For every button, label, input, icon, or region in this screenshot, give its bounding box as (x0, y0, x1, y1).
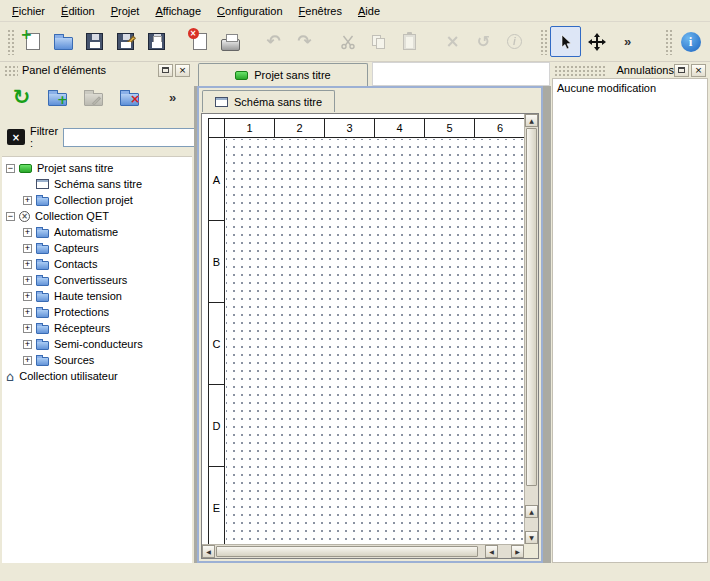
menu-affichage[interactable]: Affichage (147, 2, 209, 20)
vertical-scroll-thumb[interactable] (526, 128, 537, 486)
filter-input[interactable] (63, 128, 213, 147)
tree-item-schema-sans-titre[interactable]: Schéma sans titre (2, 176, 192, 192)
open-file-button[interactable] (48, 26, 79, 57)
save-button[interactable] (79, 26, 110, 57)
vertical-scrollbar[interactable]: ▲ ▲ ▼ (524, 114, 538, 544)
folder-icon (36, 229, 49, 238)
close-icon: × (695, 66, 703, 75)
tree-expander[interactable]: + (23, 356, 32, 365)
move-tool-button[interactable] (581, 26, 612, 57)
tree-item-capteurs[interactable]: + Capteurs (2, 240, 192, 256)
chevron-overflow-icon: » (169, 90, 176, 105)
paste-button[interactable] (394, 26, 425, 57)
undo-panel-titlebar: Annulations × (552, 62, 708, 78)
copy-button[interactable] (363, 26, 394, 57)
tree-item-collection-projet[interactable]: + Collection projet (2, 192, 192, 208)
tree-item-protections[interactable]: + Protections (2, 304, 192, 320)
tree-item-automatisme[interactable]: + Automatisme (2, 224, 192, 240)
help-toolbar-drag-handle[interactable] (665, 29, 672, 55)
redo-icon: ↷ (297, 33, 311, 50)
redo-button[interactable]: ↷ (289, 26, 320, 57)
project-icon (235, 71, 248, 80)
save-all-button[interactable] (141, 26, 172, 57)
panel-toolbar-overflow-button[interactable]: » (157, 82, 188, 113)
dock-drag-handle[interactable] (554, 65, 607, 76)
undo-list-item[interactable]: Aucune modification (553, 79, 707, 97)
save-all-icon (148, 33, 165, 50)
horizontal-scroll-thumb[interactable] (216, 546, 478, 557)
delete-element-button[interactable]: × (114, 82, 145, 113)
tree-expander[interactable]: + (23, 308, 32, 317)
tree-item-semi-conducteurs[interactable]: + Semi-conducteurs (2, 336, 192, 352)
new-element-button[interactable]: + (42, 82, 73, 113)
clear-filter-button[interactable]: × (7, 129, 25, 145)
tree-expander[interactable]: + (23, 324, 32, 333)
close-panel-button[interactable]: × (175, 64, 190, 77)
menu-configuration[interactable]: Configuration (209, 2, 290, 20)
edit-element-button[interactable] (78, 82, 109, 113)
tree-expander[interactable]: + (23, 228, 32, 237)
new-file-button[interactable]: + (17, 26, 48, 57)
schema-grid[interactable] (226, 139, 524, 544)
select-tool-button[interactable] (550, 26, 581, 57)
menu-projet[interactable]: Projet (103, 2, 148, 20)
rotate-button[interactable]: ↺ (468, 26, 499, 57)
scroll-down-button[interactable]: ▼ (525, 531, 538, 544)
tree-expander[interactable]: + (23, 244, 32, 253)
tree-expander[interactable]: + (23, 340, 32, 349)
toolbar-overflow-button[interactable]: » (612, 26, 643, 57)
save-as-button[interactable] (110, 26, 141, 57)
tree-expander[interactable]: + (23, 292, 32, 301)
column-label: 6 (475, 119, 524, 137)
schema-sheet[interactable]: 1 2 3 4 5 6 A B C D E (208, 118, 524, 544)
print-icon (221, 39, 240, 51)
menu-fichier[interactable]: Fichier (4, 2, 53, 20)
tree-item-haute-tension[interactable]: + Haute tension (2, 288, 192, 304)
tree-expander[interactable]: − (6, 212, 15, 221)
tree-item-sources[interactable]: + Sources (2, 352, 192, 368)
tree-item-projet-sans-titre[interactable]: − Projet sans titre (2, 160, 192, 176)
toolbar-drag-handle[interactable] (7, 29, 14, 55)
close-file-button[interactable]: × (184, 26, 215, 57)
menu-aide[interactable]: Aide (350, 2, 388, 20)
tree-expander[interactable]: + (23, 196, 32, 205)
tree-item-contacts[interactable]: + Contacts (2, 256, 192, 272)
cut-button[interactable] (332, 26, 363, 57)
tree-expander[interactable]: + (23, 276, 32, 285)
scroll-right-button[interactable]: ▶ (511, 545, 524, 558)
row-label: D (209, 385, 224, 467)
tree-expander[interactable]: − (6, 164, 15, 173)
folder-icon (36, 261, 49, 270)
element-info-button[interactable]: i (499, 26, 530, 57)
project-tab[interactable]: Projet sans titre (198, 63, 368, 86)
diagram-canvas[interactable]: 1 2 3 4 5 6 A B C D E (202, 114, 524, 544)
float-panel-button[interactable] (158, 64, 173, 77)
menu-edition[interactable]: Édition (53, 2, 103, 20)
horizontal-scrollbar[interactable]: ◀ ◀ ▶ (202, 544, 524, 558)
qet-collection-icon: × (19, 211, 30, 222)
tree-item-collection-qet[interactable]: − × Collection QET (2, 208, 192, 224)
column-label: 1 (225, 119, 275, 137)
scroll-up-button[interactable]: ▲ (525, 505, 538, 518)
reload-collections-button[interactable]: ↻ (6, 82, 37, 113)
close-panel-button[interactable]: × (691, 64, 706, 77)
scroll-left-button[interactable]: ◀ (202, 545, 215, 558)
menu-fenetres[interactable]: Fenêtres (291, 2, 350, 20)
delete-button[interactable]: × (437, 26, 468, 57)
paste-icon (403, 34, 416, 50)
scroll-left-button[interactable]: ◀ (485, 545, 498, 558)
tree-item-recepteurs[interactable]: + Récepteurs (2, 320, 192, 336)
tree-expander[interactable]: + (23, 260, 32, 269)
copy-icon (371, 34, 387, 50)
dock-drag-handle[interactable] (4, 65, 18, 76)
undo-button[interactable]: ↶ (258, 26, 289, 57)
elements-panel-title: Panel d'éléments (22, 64, 106, 76)
tree-item-convertisseurs[interactable]: + Convertisseurs (2, 272, 192, 288)
tree-item-collection-utilisateur[interactable]: ⌂ Collection utilisateur (2, 368, 192, 384)
tools-toolbar-drag-handle[interactable] (540, 29, 547, 55)
float-panel-button[interactable] (674, 64, 689, 77)
help-button[interactable]: i (675, 26, 706, 57)
schema-tab[interactable]: Schéma sans titre (202, 90, 335, 112)
print-button[interactable] (215, 26, 246, 57)
scroll-up-button[interactable]: ▲ (525, 114, 538, 127)
